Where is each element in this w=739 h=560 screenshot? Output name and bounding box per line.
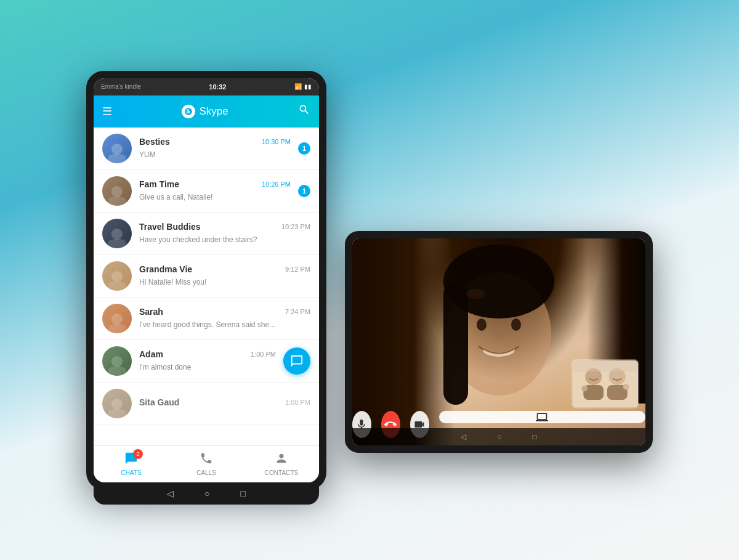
skype-header: ☰ Skype bbox=[94, 95, 319, 128]
chat-item-sarah[interactable]: Sarah 7:24 PM I've heard good things. Se… bbox=[94, 298, 319, 340]
recent-button-landscape[interactable]: □ bbox=[533, 432, 537, 441]
skype-logo bbox=[182, 105, 195, 118]
android-nav-portrait: ◁ ○ □ bbox=[94, 482, 319, 505]
compose-button[interactable] bbox=[283, 347, 310, 375]
video-thumbnail bbox=[571, 359, 639, 408]
chat-time: 1:00 PM bbox=[251, 351, 276, 358]
chat-item-besties[interactable]: Besties 10:30 PM YUM 1 bbox=[94, 128, 319, 170]
chats-icon: 2 bbox=[124, 452, 138, 468]
chat-name-row: Sarah 7:24 PM bbox=[139, 307, 310, 317]
calls-icon bbox=[200, 452, 213, 468]
back-button[interactable]: ◁ bbox=[167, 489, 174, 498]
menu-icon[interactable]: ☰ bbox=[102, 105, 112, 118]
contacts-label: CONTACTS bbox=[265, 469, 298, 476]
chat-item-adam[interactable]: Adam 1:00 PM I'm almost done bbox=[94, 340, 319, 383]
chat-time: 10:30 PM bbox=[262, 138, 291, 145]
chat-item-famtime[interactable]: Fam Time 10:26 PM Give us a call, Natali… bbox=[94, 170, 319, 213]
chat-info-fam: Fam Time 10:26 PM Give us a call, Natali… bbox=[139, 179, 291, 202]
app-name: Skype bbox=[199, 105, 228, 118]
svg-point-11 bbox=[581, 385, 588, 391]
recent-button[interactable]: □ bbox=[241, 489, 246, 498]
chat-preview: I've heard good things. Serena said she.… bbox=[139, 320, 275, 329]
avatar-adam bbox=[102, 346, 132, 376]
avatar-fam bbox=[102, 176, 132, 206]
chat-time: 1:00 PM bbox=[285, 399, 310, 406]
svg-point-12 bbox=[623, 384, 629, 390]
svg-rect-13 bbox=[573, 360, 638, 371]
screen-share-button[interactable] bbox=[439, 411, 645, 423]
chat-name-row: Grandma Vie 9:12 PM bbox=[139, 264, 310, 274]
chat-name: Travel Buddies bbox=[139, 222, 201, 232]
nav-chats[interactable]: 2 CHATS bbox=[94, 446, 169, 482]
svg-point-2 bbox=[511, 319, 521, 331]
portrait-screen: Emma's kindle 10:32 📶 ▮▮ ☰ Skype bbox=[94, 78, 319, 482]
scene: Emma's kindle 10:32 📶 ▮▮ ☰ Skype bbox=[86, 71, 653, 490]
chat-preview: YUM bbox=[139, 150, 156, 159]
battery-icon: ▮▮ bbox=[304, 83, 312, 90]
avatar-sita bbox=[102, 389, 132, 418]
nav-contacts[interactable]: CONTACTS bbox=[244, 446, 319, 482]
chat-item-sita[interactable]: Sita Gaud 1:00 PM bbox=[94, 383, 319, 425]
tablet-landscape: ◁ ○ □ bbox=[345, 231, 653, 453]
chat-time: 7:24 PM bbox=[285, 308, 310, 315]
chat-name: Sita Gaud bbox=[139, 397, 179, 407]
landscape-screen: ◁ ○ □ bbox=[352, 238, 645, 445]
svg-point-5 bbox=[466, 289, 485, 299]
calls-label: CALLS bbox=[196, 469, 216, 476]
chat-info-besties: Besties 10:30 PM YUM bbox=[139, 137, 291, 160]
chat-name-row: Adam 1:00 PM bbox=[139, 349, 276, 359]
svg-rect-4 bbox=[443, 282, 468, 405]
status-bar: Emma's kindle 10:32 📶 ▮▮ bbox=[94, 78, 319, 95]
thumbnail-svg bbox=[573, 359, 638, 408]
chat-preview: Hi Natalie! Miss you! bbox=[139, 278, 206, 286]
chats-label: CHATS bbox=[121, 469, 141, 476]
chat-name: Fam Time bbox=[139, 179, 179, 189]
chat-time: 10:23 PM bbox=[281, 223, 310, 230]
chat-item-grandma[interactable]: Grandma Vie 9:12 PM Hi Natalie! Miss you… bbox=[94, 255, 319, 298]
avatar-besties bbox=[102, 134, 132, 163]
tablet-portrait: Emma's kindle 10:32 📶 ▮▮ ☰ Skype bbox=[86, 71, 326, 490]
chat-info-sita: Sita Gaud 1:00 PM bbox=[139, 397, 310, 409]
wifi-icon: 📶 bbox=[294, 83, 302, 90]
chat-name-row: Fam Time 10:26 PM bbox=[139, 179, 291, 189]
title-area: Skype bbox=[182, 105, 228, 118]
search-icon[interactable] bbox=[298, 103, 310, 119]
avatar-travel bbox=[102, 219, 132, 248]
chat-item-travel[interactable]: Travel Buddies 10:23 PM Have you checked… bbox=[94, 213, 319, 255]
contacts-icon bbox=[275, 452, 288, 468]
avatar-sarah bbox=[102, 304, 132, 333]
status-icons: 📶 ▮▮ bbox=[294, 83, 312, 90]
chat-info-adam: Adam 1:00 PM I'm almost done bbox=[139, 349, 276, 372]
back-button-landscape[interactable]: ◁ bbox=[461, 432, 466, 441]
chat-info-grandma: Grandma Vie 9:12 PM Hi Natalie! Miss you… bbox=[139, 264, 310, 287]
video-main: ◁ ○ □ bbox=[352, 238, 645, 445]
chat-time: 10:26 PM bbox=[262, 181, 291, 188]
chat-name-row: Travel Buddies 10:23 PM bbox=[139, 222, 310, 232]
chat-preview: I'm almost done bbox=[139, 363, 191, 371]
bottom-nav: 2 CHATS CALLS bbox=[94, 445, 319, 482]
chats-badge: 2 bbox=[133, 449, 143, 459]
chat-info-travel: Travel Buddies 10:23 PM Have you checked… bbox=[139, 222, 310, 245]
chat-preview: Have you checked under the stairs? bbox=[139, 235, 257, 244]
nav-calls[interactable]: CALLS bbox=[169, 446, 244, 482]
chat-name: Sarah bbox=[139, 307, 163, 317]
unread-badge: 1 bbox=[298, 142, 310, 155]
avatar-grandma bbox=[102, 261, 132, 291]
device-name: Emma's kindle bbox=[101, 83, 141, 90]
home-button-landscape[interactable]: ○ bbox=[497, 432, 501, 441]
chat-time: 9:12 PM bbox=[285, 266, 310, 273]
chat-info-sarah: Sarah 7:24 PM I've heard good things. Se… bbox=[139, 307, 310, 330]
status-time: 10:32 bbox=[209, 83, 226, 91]
chat-name: Grandma Vie bbox=[139, 264, 192, 274]
android-nav-landscape: ◁ ○ □ bbox=[352, 428, 645, 445]
chat-preview: Give us a call, Natalie! bbox=[139, 193, 212, 201]
chat-name-row: Besties 10:30 PM bbox=[139, 137, 291, 147]
chat-name-row: Sita Gaud 1:00 PM bbox=[139, 397, 310, 407]
chat-name: Adam bbox=[139, 349, 163, 359]
chat-list: Besties 10:30 PM YUM 1 Fam bbox=[94, 128, 319, 445]
home-button[interactable]: ○ bbox=[204, 489, 209, 498]
svg-point-1 bbox=[477, 319, 487, 331]
chat-name: Besties bbox=[139, 137, 170, 147]
unread-badge: 1 bbox=[298, 185, 310, 197]
thumbnail-video bbox=[573, 360, 638, 407]
